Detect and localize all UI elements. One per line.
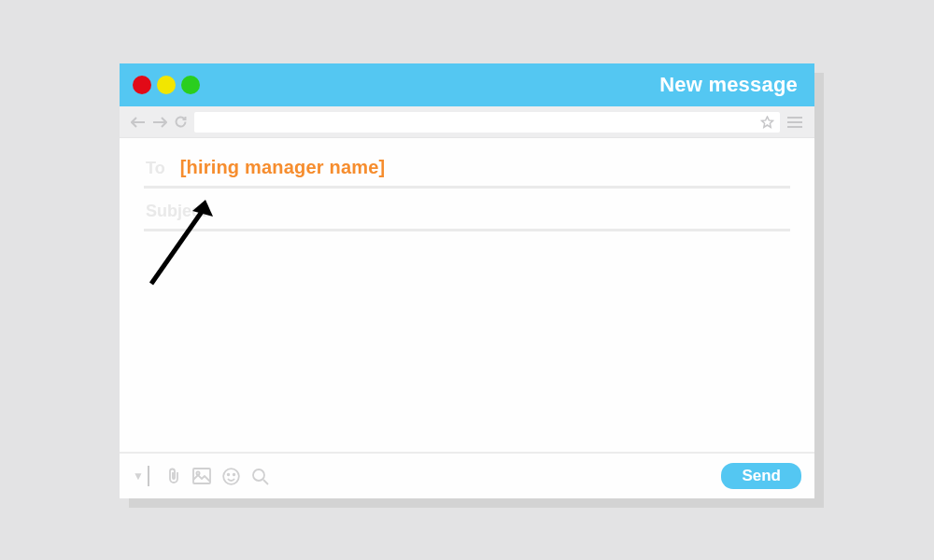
- text-cursor: [148, 466, 149, 486]
- minimize-icon[interactable]: [157, 76, 176, 94]
- attachment-icon[interactable]: [166, 467, 181, 485]
- search-icon[interactable]: [251, 468, 269, 485]
- compose-tools: [166, 467, 269, 485]
- maximize-icon[interactable]: [181, 76, 200, 94]
- compose-body: To [hiring manager name] Subject: [120, 138, 814, 452]
- address-bar[interactable]: [194, 112, 780, 133]
- compose-footer: ▼ Send: [120, 452, 814, 498]
- hamburger-icon[interactable]: [786, 116, 803, 129]
- to-value: [hiring manager name]: [180, 157, 386, 178]
- image-icon[interactable]: [192, 468, 211, 484]
- forward-icon[interactable]: [152, 116, 167, 129]
- star-icon[interactable]: [760, 116, 774, 129]
- reload-icon[interactable]: [174, 115, 188, 129]
- subject-field-row[interactable]: Subject: [144, 198, 790, 231]
- compose-window: New message To [hiring manager name] Sub…: [120, 63, 814, 498]
- window-controls: [133, 76, 200, 94]
- expand-caret-icon[interactable]: ▼: [133, 469, 144, 483]
- svg-point-6: [234, 473, 235, 475]
- subject-label: Subject: [146, 202, 206, 221]
- svg-rect-2: [193, 469, 210, 483]
- to-field-row[interactable]: To [hiring manager name]: [144, 153, 790, 189]
- svg-point-5: [228, 473, 230, 475]
- emoji-icon[interactable]: [222, 468, 240, 485]
- close-icon[interactable]: [133, 76, 151, 94]
- to-label: To: [146, 159, 165, 178]
- svg-point-4: [223, 469, 239, 484]
- nav-toolbar: [120, 106, 814, 138]
- titlebar: New message: [120, 63, 814, 106]
- svg-point-7: [253, 469, 264, 481]
- back-icon[interactable]: [131, 116, 146, 129]
- send-button[interactable]: Send: [721, 463, 801, 489]
- window-title: New message: [659, 73, 798, 97]
